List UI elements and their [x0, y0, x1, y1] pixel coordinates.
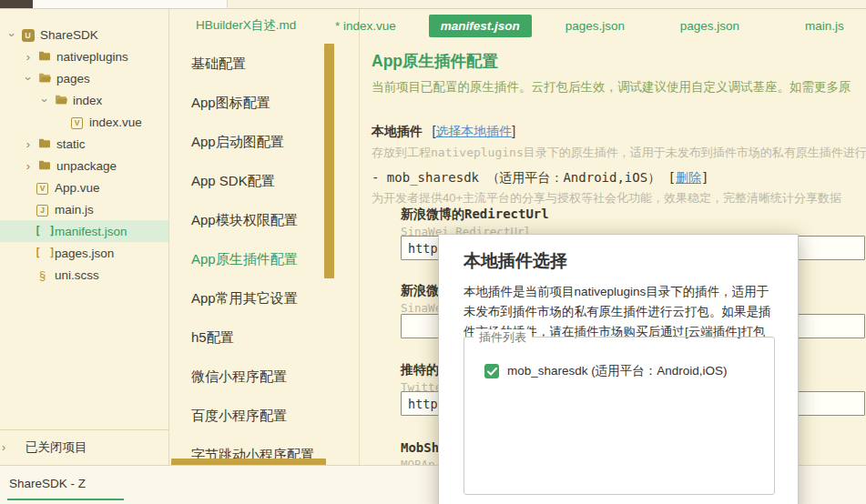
tree-item-manifest-json[interactable]: [ ] manifest.json	[0, 220, 168, 242]
folder-closed-icon	[36, 159, 52, 173]
nav-item-weixin-mp-config[interactable]: 微信小程序配置	[169, 357, 359, 396]
chevron-right-icon[interactable]: ›	[20, 137, 36, 151]
field-key-mobshare: MOBAp	[401, 458, 435, 465]
chevron-down-icon[interactable]: ›	[22, 70, 36, 86]
bracket-close: ]	[512, 124, 515, 138]
tree-item-label: unpackage	[55, 159, 117, 173]
tree-item-index-vue[interactable]: V index.vue	[0, 111, 168, 133]
closed-projects-section: › 已关闭项目	[0, 429, 169, 458]
local-plugin-section-label: 本地插件	[372, 124, 423, 138]
tree-item-static[interactable]: › static	[0, 133, 168, 155]
field-label-sina-2: 新浪微	[401, 283, 439, 299]
tree-item-main-js[interactable]: J main.js	[0, 198, 168, 220]
horizontal-scrollbar-thumb[interactable]	[171, 459, 326, 465]
field-label-twitter: 推特的	[401, 362, 439, 378]
tree-item-label: nativeplugins	[55, 50, 128, 64]
project-tree: › U ShareSDK › nativeplugins › pages ›	[0, 9, 168, 286]
folder-closed-icon	[36, 137, 52, 151]
tree-item-label: App.vue	[53, 181, 100, 195]
vue-file-icon: V	[35, 181, 50, 195]
tree-item-label: pages	[55, 72, 90, 86]
checkbox-checked-icon[interactable]	[484, 364, 499, 378]
tree-item-label: pages.json	[53, 247, 114, 260]
status-project-tab[interactable]: ShareSDK - Z	[9, 477, 86, 490]
tree-item-label: uni.scss	[53, 268, 99, 282]
vue-file-icon: V	[69, 116, 85, 129]
uniapp-project-icon: U	[20, 28, 36, 42]
top-strip-dark-segment	[0, 0, 33, 8]
hbuilderx-window: › U ShareSDK › nativeplugins › pages ›	[0, 0, 866, 504]
json-file-icon: [ ]	[35, 247, 50, 259]
tree-item-app-vue[interactable]: V App.vue	[0, 176, 168, 198]
tree-item-pages[interactable]: › pages	[0, 67, 168, 89]
chevron-right-icon: ›	[0, 441, 13, 454]
chevron-right-icon[interactable]: ›	[20, 159, 36, 173]
tree-item-nativeplugins[interactable]: › nativeplugins	[0, 45, 168, 67]
nav-item-baidu-mp-config[interactable]: 百度小程序配置	[169, 396, 359, 435]
js-file-icon: J	[35, 203, 50, 217]
closed-projects-label: 已关闭项目	[13, 439, 87, 456]
tree-item-unpackage[interactable]: › unpackage	[0, 155, 168, 176]
file-explorer-sidebar: › U ShareSDK › nativeplugins › pages ›	[0, 9, 169, 465]
field-label-mobshare: MobSh	[401, 440, 439, 455]
scss-file-icon: §	[35, 268, 50, 282]
field-label-sina-redirecturl: 新浪微博的RedirectUrl	[401, 207, 549, 223]
status-project-active-underline	[7, 499, 124, 500]
field-key-sina-2: SinaWe	[401, 301, 442, 315]
local-plugin-description: 存放到工程nativeplugins目录下的原生插件，适用于未发布到插件市场的私…	[372, 145, 866, 161]
tree-item-label: static	[55, 137, 86, 151]
choose-local-plugin-link[interactable]: 选择本地插件	[435, 124, 512, 138]
plugin-list-legend: 插件列表	[474, 329, 532, 346]
vertical-scrollbar-thumb[interactable]	[324, 44, 334, 278]
folder-open-icon	[53, 94, 68, 107]
nav-item-app-other-settings[interactable]: App常用其它设置	[169, 278, 359, 318]
delete-plugin-link[interactable]: 删除	[676, 170, 701, 185]
tree-item-label: manifest.json	[53, 225, 127, 238]
manifest-config-nav: 基础配置 App图标配置 App启动图配置 App SDK配置 App模块权限配…	[169, 9, 360, 465]
tree-item-sharesdk[interactable]: › U ShareSDK	[0, 24, 168, 45]
tree-item-label: main.js	[53, 203, 94, 217]
folder-closed-icon	[36, 50, 52, 64]
chevron-right-icon[interactable]: ›	[20, 50, 36, 64]
tab-hbuilderx-readme[interactable]: HBuilderX自述.md	[184, 13, 308, 38]
bracket-open: [	[668, 170, 676, 185]
plugin-entry-description: 为开发者提供40+主流平台的分享与授权等社会化功能，效果稳定，完整清晰统计分享数…	[372, 190, 841, 207]
plugin-list-fieldset: 插件列表 mob_sharesdk (适用平台：Android,iOS)	[464, 337, 775, 495]
tree-item-index[interactable]: › index	[0, 89, 168, 111]
closed-projects-header[interactable]: › 已关闭项目	[0, 438, 169, 458]
plugin-checkbox-label: mob_sharesdk (适用平台：Android,iOS)	[507, 363, 728, 379]
dialog-title: 本地插件选择	[464, 249, 567, 273]
chevron-down-icon[interactable]: ›	[5, 26, 19, 43]
chevron-down-icon[interactable]: ›	[38, 92, 52, 108]
tree-item-pages-json[interactable]: [ ] pages.json	[0, 242, 168, 264]
plugin-entry-name: - mob_sharesdk （适用平台：Android,iOS）	[372, 170, 660, 185]
json-file-icon: [ ]	[35, 225, 50, 237]
page-subtitle: 当前项目已配置的原生插件。云打包后生效，调试建议使用自定义调试基座。如需更多原	[372, 79, 851, 96]
plugin-checkbox-row[interactable]: mob_sharesdk (适用平台：Android,iOS)	[484, 363, 728, 379]
page-title: App原生插件配置	[372, 50, 498, 72]
local-plugin-select-dialog: 本地插件选择 本地插件是当前项目nativeplugins目录下的插件，适用于未…	[438, 234, 799, 504]
window-top-strip	[0, 0, 866, 9]
tree-item-label: index.vue	[87, 116, 142, 129]
tree-item-uni-scss[interactable]: § uni.scss	[0, 264, 168, 286]
tab-label: HBuilderX自述.md	[184, 13, 308, 38]
folder-open-icon	[36, 72, 52, 86]
tree-item-label: index	[71, 94, 102, 107]
tree-item-label: ShareSDK	[38, 28, 98, 42]
bracket-close: ]	[701, 170, 708, 185]
top-strip-light-segment	[33, 0, 228, 8]
nav-item-h5-config[interactable]: h5配置	[169, 318, 359, 357]
